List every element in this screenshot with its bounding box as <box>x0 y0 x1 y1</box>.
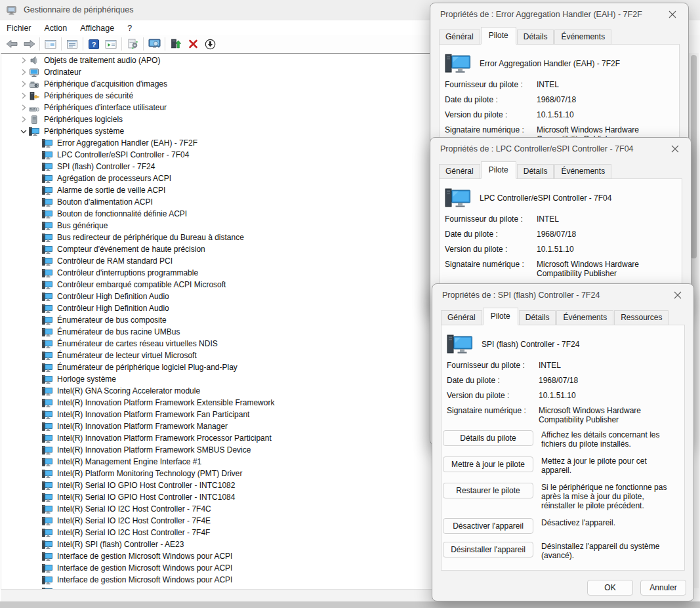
menu-item-affichage[interactable]: Affichage <box>73 22 121 35</box>
driver-field-row: Date du pilote :1968/07/18 <box>447 376 679 385</box>
chevron-expanded-icon[interactable] <box>18 126 29 136</box>
tab-bar: GénéralPiloteDétailsÉvénements <box>430 26 688 44</box>
tab-evenements[interactable]: Événements <box>556 310 613 325</box>
driver-field-row: Fournisseur du pilote :INTEL <box>445 214 676 224</box>
driver-fields: Fournisseur du pilote :INTELDate du pilo… <box>447 361 679 424</box>
device-icon <box>42 209 53 219</box>
tab-general[interactable]: Général <box>441 310 482 325</box>
forward-icon[interactable] <box>20 37 37 51</box>
driver-field-row: Fournisseur du pilote :INTEL <box>445 80 674 89</box>
tree-item-label: Contrôleur High Definition Audio <box>57 292 169 301</box>
dialog-titlebar: Propriétés de : Error Aggregation Handle… <box>430 3 688 26</box>
tab-general[interactable]: Général <box>439 164 480 179</box>
menu-item-action[interactable]: Action <box>38 22 74 35</box>
driver-details-button[interactable]: Détails du pilote <box>443 430 533 446</box>
device-icon <box>42 375 53 384</box>
chevron-collapsed-icon[interactable] <box>18 102 29 113</box>
driver-field-row: Version du pilote :10.1.51.10 <box>445 110 674 119</box>
tab-details[interactable]: Détails <box>519 310 556 325</box>
driver-field-row: Fournisseur du pilote :INTEL <box>447 361 679 370</box>
disable-device-icon[interactable] <box>201 37 218 51</box>
field-label: Date du pilote : <box>445 230 537 239</box>
properties-icon[interactable] <box>64 37 81 51</box>
ok-button[interactable]: OK <box>587 580 633 596</box>
remote-desktop-icon[interactable] <box>146 37 163 51</box>
tab-details[interactable]: Détails <box>517 164 554 179</box>
field-value: 10.1.51.10 <box>539 391 679 400</box>
chevron-collapsed-icon[interactable] <box>18 114 29 125</box>
driver-actions: Détails du piloteAffichez les détails co… <box>443 430 679 560</box>
back-icon[interactable] <box>3 37 20 51</box>
chevron-collapsed-icon[interactable] <box>18 55 29 66</box>
update-driver-icon[interactable] <box>167 37 184 51</box>
field-value: 10.1.51.10 <box>537 245 676 254</box>
tab-ressources[interactable]: Ressources <box>614 310 669 325</box>
driver-field-row: Date du pilote :1968/07/18 <box>445 230 676 239</box>
chevron-slot <box>18 516 29 526</box>
tree-item-label: Interface de gestion Microsoft Windows p… <box>57 552 232 561</box>
tab-general[interactable]: Général <box>439 30 480 45</box>
scan-hardware-icon[interactable] <box>124 37 141 51</box>
device-icon <box>42 138 53 148</box>
tab-pilote[interactable]: Pilote <box>483 308 518 325</box>
tab-evenements[interactable]: Événements <box>554 164 611 179</box>
tree-item-label: Contrôleur de RAM standard PCI <box>57 256 173 266</box>
chevron-slot <box>18 268 29 278</box>
console-tree-icon[interactable] <box>42 37 59 51</box>
chevron-slot <box>18 338 29 349</box>
action-pane-icon[interactable] <box>102 37 119 51</box>
close-icon[interactable] <box>667 9 678 20</box>
toolbar-separator <box>61 37 62 51</box>
chevron-slot <box>18 445 29 455</box>
rollback-driver-button[interactable]: Restaurer le pilote <box>443 483 533 498</box>
field-label: Fournisseur du pilote : <box>445 214 537 224</box>
field-value: 10.1.51.10 <box>537 110 674 119</box>
device-icon <box>42 197 53 207</box>
chevron-slot <box>18 456 29 467</box>
tree-item-label: Intel(R) Platform Monitoring Technology … <box>57 469 243 478</box>
toolbar-separator <box>39 37 40 51</box>
chevron-collapsed-icon[interactable] <box>18 67 29 77</box>
device-icon <box>42 445 53 455</box>
tree-item-label: Alarme de sortie de veille ACPI <box>57 186 165 195</box>
field-value: Microsoft Windows Hardware Compatibility… <box>539 406 679 424</box>
tree-item-label: Intel(R) Innovation Platform Framework F… <box>57 410 249 419</box>
tab-evenements[interactable]: Événements <box>554 30 611 45</box>
tab-pilote[interactable]: Pilote <box>481 161 516 179</box>
update-driver-button[interactable]: Mettre à jour le pilote <box>443 456 533 472</box>
device-icon <box>445 187 471 209</box>
uninstall-device-button[interactable]: Désinstaller l'appareil <box>443 542 533 557</box>
close-icon[interactable] <box>669 143 681 155</box>
chevron-collapsed-icon[interactable] <box>18 79 29 89</box>
properties-dialog-spi: Propriétés de : SPI (flash) Controller -… <box>432 283 694 601</box>
tree-item-label: Intel(R) Serial IO I2C Host Controller -… <box>57 504 211 514</box>
tab-bar: GénéralPiloteDétailsÉvénements <box>430 160 691 178</box>
menu-item-fichier[interactable]: Fichier <box>0 22 38 35</box>
field-label: Signataire numérique : <box>445 260 537 278</box>
dialog-footer: OKAnnuler <box>587 580 686 596</box>
chevron-collapsed-icon[interactable] <box>18 91 29 101</box>
close-icon[interactable] <box>672 289 684 301</box>
cancel-button[interactable]: Annuler <box>640 580 686 596</box>
tab-details[interactable]: Détails <box>517 30 554 45</box>
scrollbar-thumb[interactable] <box>691 55 697 258</box>
tree-item-label: Intel(R) Innovation Platform Framework S… <box>57 445 251 455</box>
menu-item-aide[interactable]: ? <box>121 22 138 35</box>
device-icon <box>42 245 53 254</box>
device-icon <box>42 386 53 396</box>
device-icon <box>42 268 53 278</box>
help-icon[interactable]: ? <box>85 37 102 51</box>
driver-action-row: Désinstaller l'appareilDésinstallez l'ap… <box>443 542 679 560</box>
field-label: Version du pilote : <box>445 110 537 119</box>
chevron-slot <box>18 173 29 184</box>
dialog-title: Propriétés de : Error Aggregation Handle… <box>440 10 642 19</box>
tree-item-label: Intel(R) Serial IO GPIO Host Controller … <box>57 481 235 490</box>
tab-pilote[interactable]: Pilote <box>481 27 516 45</box>
device-icon <box>42 150 53 160</box>
disable-device-button[interactable]: Désactiver l'appareil <box>443 518 533 534</box>
tab-content-pilote: SPI (flash) Controller - 7F24Fournisseur… <box>441 325 685 571</box>
uninstall-device-icon[interactable] <box>184 37 201 51</box>
field-value: 1968/07/18 <box>537 230 676 239</box>
device-icon <box>42 528 53 538</box>
chevron-slot <box>18 161 29 172</box>
